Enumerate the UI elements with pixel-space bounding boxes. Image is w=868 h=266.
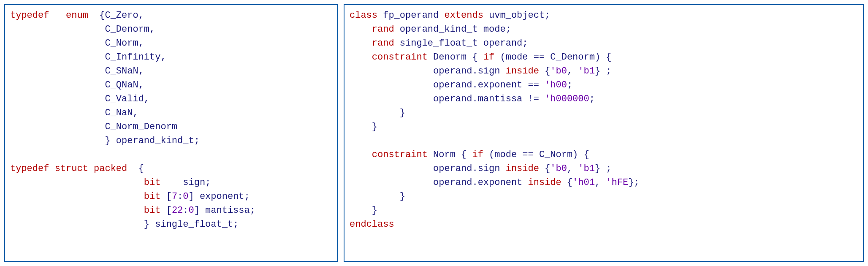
constraint-name: Denorm {: [433, 52, 478, 62]
expr: operand.sign: [433, 66, 500, 76]
brace: {: [567, 177, 572, 188]
colon: :: [177, 191, 183, 202]
enum-item: C_NaN,: [105, 108, 138, 118]
keyword-inside: inside: [506, 163, 539, 174]
enum-item: C_Infinity,: [105, 52, 166, 62]
enum-item: C_SNaN,: [105, 66, 144, 76]
keyword-rand: rand: [372, 38, 394, 49]
if-cond: (mode == C_Norm) {: [489, 149, 589, 160]
comma: ,: [595, 177, 600, 188]
close: };: [628, 177, 639, 188]
brace: }: [372, 122, 377, 132]
literal: 'h01: [572, 177, 595, 188]
class-name: fp_operand: [383, 10, 439, 21]
code-box-left: typedef enum {C_Zero, C_Denorm, C_Norm, …: [4, 4, 338, 262]
type-bit: bit: [144, 205, 161, 216]
brace: }: [400, 108, 405, 118]
num: 7: [172, 191, 177, 202]
keyword-typedef: typedef: [10, 163, 49, 174]
semi: ;: [589, 94, 595, 104]
decl-mode: operand_kind_t mode;: [400, 24, 511, 35]
keyword-struct: struct: [55, 163, 88, 174]
literal: 'h00: [545, 80, 567, 90]
comma: ,: [567, 66, 572, 76]
brace: }: [372, 205, 377, 216]
enum-item: C_Norm_Denorm: [105, 122, 177, 132]
literal: 'b0: [550, 66, 567, 76]
literal: 'hFE: [606, 177, 628, 188]
keyword-extends: extends: [444, 10, 483, 21]
base-class: uvm_object;: [489, 10, 550, 21]
type-bit: bit: [144, 191, 161, 202]
constraint-name: Norm {: [433, 149, 467, 160]
enum-close: } operand_kind_t;: [105, 136, 199, 146]
num: 0: [188, 205, 194, 216]
expr: operand.exponent ==: [433, 80, 539, 90]
expr: operand.sign: [433, 163, 500, 174]
expr: operand.mantissa !=: [433, 94, 539, 104]
enum-item: C_Denorm,: [105, 24, 155, 35]
decl-operand: single_float_t operand;: [400, 38, 528, 49]
code-box-right: class fp_operand extends uvm_object; ran…: [344, 4, 864, 262]
num: 0: [183, 191, 188, 202]
enum-item: C_Valid,: [105, 94, 149, 104]
keyword-enum: enum: [66, 10, 88, 21]
brace: {: [545, 66, 550, 76]
enum-item: C_QNaN,: [105, 80, 144, 90]
expr: operand.exponent: [433, 177, 522, 188]
field-exponent: ] exponent;: [188, 191, 250, 202]
enum-item: C_Norm,: [105, 38, 144, 49]
field-mantissa: ] mantissa;: [194, 205, 255, 216]
brace: {: [545, 163, 550, 174]
enum-open: {C_Zero,: [99, 10, 144, 21]
close: } ;: [595, 66, 612, 76]
keyword-packed: packed: [94, 163, 127, 174]
bracket: [: [166, 205, 172, 216]
comma: ,: [567, 163, 572, 174]
literal: 'b1: [578, 66, 595, 76]
close: } ;: [595, 163, 612, 174]
struct-close: } single_float_t;: [144, 219, 239, 230]
colon: :: [183, 205, 188, 216]
keyword-constraint: constraint: [372, 52, 428, 62]
field-sign: sign;: [183, 177, 211, 188]
literal: 'b0: [550, 163, 567, 174]
keyword-if: if: [472, 149, 483, 160]
bracket: [: [166, 191, 172, 202]
semi: ;: [567, 80, 572, 90]
keyword-if: if: [483, 52, 494, 62]
keyword-endclass: endclass: [350, 219, 394, 230]
type-bit: bit: [144, 177, 161, 188]
keyword-constraint: constraint: [372, 149, 428, 160]
keyword-inside: inside: [528, 177, 561, 188]
keyword-rand: rand: [372, 24, 394, 35]
brace: {: [138, 163, 144, 174]
keyword-class: class: [350, 10, 377, 21]
keyword-inside: inside: [506, 66, 539, 76]
brace: }: [400, 191, 405, 202]
literal: 'b1: [578, 163, 595, 174]
if-cond: (mode == C_Denorm) {: [500, 52, 611, 62]
num: 22: [172, 205, 183, 216]
keyword-typedef: typedef: [10, 10, 49, 21]
literal: 'h000000: [545, 94, 589, 104]
